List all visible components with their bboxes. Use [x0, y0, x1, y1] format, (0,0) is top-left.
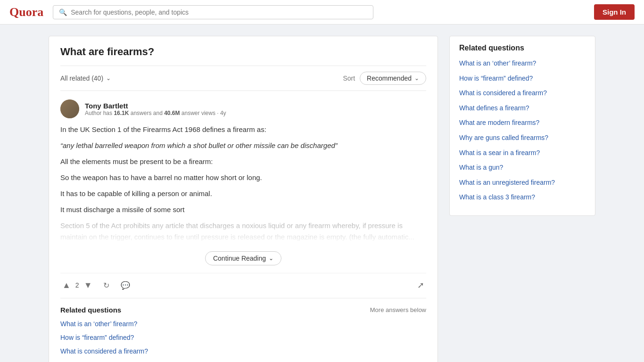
related-link-2[interactable]: How is “firearm” defined?: [60, 334, 134, 341]
sidebar-link-6[interactable]: What is a sear in a firearm?: [459, 149, 540, 156]
sort-label: Sort: [343, 74, 355, 82]
search-input[interactable]: [71, 8, 367, 16]
sign-in-button[interactable]: Sign In: [594, 4, 635, 20]
related-link-1[interactable]: What is an ‘other’ firearm?: [60, 320, 137, 328]
quora-logo[interactable]: Quora: [9, 5, 43, 19]
answer-para-5: It has to be capable of killing a person…: [60, 188, 426, 199]
related-inline-header: Related questions More answers below: [60, 306, 426, 314]
answer-content: In the UK Section 1 of the Firearms Act …: [60, 124, 426, 243]
search-bar[interactable]: 🔍: [53, 5, 373, 19]
author-views-count: 40.6M: [164, 110, 180, 116]
upvote-button[interactable]: ▲: [60, 279, 73, 292]
list-item: What is a gun?: [459, 163, 586, 173]
avatar: [60, 99, 79, 118]
answer-para-3: All the elements must be present to be a…: [60, 156, 426, 167]
list-item: What is a class 3 firearm?: [459, 193, 586, 202]
vote-group: ▲ 2 ▼: [60, 279, 94, 292]
sidebar-link-1[interactable]: How is “firearm” defined?: [459, 74, 533, 82]
chevron-down-icon: ⌄: [269, 255, 273, 262]
list-item: Why are guns called firearms?: [459, 133, 586, 143]
comment-button[interactable]: 💬: [119, 279, 132, 292]
header: Quora 🔍 Sign In: [0, 0, 644, 25]
answer-block: Tony Bartlett Author has 16.1K answers a…: [60, 91, 426, 362]
sort-area: Sort Recommended ⌄: [343, 72, 426, 85]
sidebar-panel: Related questions What is an ‘other’ fir…: [449, 36, 595, 216]
downvote-button[interactable]: ▼: [82, 279, 94, 292]
vote-count: 2: [75, 281, 79, 289]
list-item: What defines a firearm?: [459, 104, 586, 113]
more-answers-label: More answers below: [370, 306, 426, 313]
answer-fade-overlay: [60, 214, 426, 243]
sidebar-link-8[interactable]: What is an unregistered firearm?: [459, 179, 555, 186]
avatar-image: [60, 99, 79, 118]
sidebar-list: What is an ‘other’ firearm? How is “fire…: [459, 59, 586, 202]
sidebar-link-0[interactable]: What is an ‘other’ firearm?: [459, 59, 536, 67]
sidebar-link-3[interactable]: What defines a firearm?: [459, 104, 529, 112]
list-item: What is an ‘other’ firearm?: [60, 320, 426, 328]
author-answers-count: 16.1K: [114, 110, 129, 116]
list-item: What is an ‘other’ firearm?: [459, 59, 586, 68]
author-name: Tony Bartlett: [85, 102, 226, 110]
main-container: What are firearms? All related (40) ⌄ So…: [39, 36, 605, 362]
question-panel: What are firearms? All related (40) ⌄ So…: [49, 36, 438, 362]
related-inline-title: Related questions: [60, 306, 121, 314]
author-meta: Author has 16.1K answers and 40.6M answe…: [85, 110, 226, 116]
reshare-button[interactable]: ↻: [101, 279, 111, 292]
author-meta-prefix: Author has: [85, 110, 112, 116]
author-answers-suffix: answers and: [131, 110, 163, 116]
chevron-down-icon: ⌄: [106, 75, 111, 82]
answer-para-2: “any lethal barrelled weapon from which …: [60, 140, 426, 151]
continue-reading-label: Continue Reading: [213, 255, 266, 262]
sidebar-link-9[interactable]: What is a class 3 firearm?: [459, 193, 535, 201]
search-icon: 🔍: [59, 8, 67, 16]
continue-reading-button[interactable]: Continue Reading ⌄: [205, 251, 281, 265]
action-bar: ▲ 2 ▼ ↻ 💬 ➚: [60, 273, 426, 298]
sort-value: Recommended: [367, 74, 412, 82]
sidebar-link-2[interactable]: What is considered a firearm?: [459, 89, 547, 97]
share-button[interactable]: ➚: [415, 278, 426, 292]
sidebar-link-4[interactable]: What are modern firearms?: [459, 119, 539, 126]
author-info: Tony Bartlett Author has 16.1K answers a…: [85, 102, 226, 116]
question-title: What are firearms?: [60, 46, 426, 58]
chevron-down-icon: ⌄: [414, 75, 419, 82]
list-item: What are modern firearms?: [459, 118, 586, 128]
list-item: How is “firearm” defined?: [60, 333, 426, 341]
sidebar: Related questions What is an ‘other’ fir…: [449, 36, 595, 216]
sidebar-title: Related questions: [459, 44, 586, 52]
sidebar-link-7[interactable]: What is a gun?: [459, 164, 503, 171]
sidebar-link-5[interactable]: Why are guns called firearms?: [459, 134, 548, 141]
related-inline-list: What is an ‘other’ firearm? How is “fire…: [60, 320, 426, 362]
related-link-3[interactable]: What is considered a firearm?: [60, 347, 148, 355]
answer-para-1: In the UK Section 1 of the Firearms Act …: [60, 124, 426, 135]
list-item: How is “firearm” defined?: [459, 74, 586, 83]
list-item: What is considered a firearm?: [459, 89, 586, 98]
content-area: What are firearms? All related (40) ⌄ So…: [49, 36, 438, 362]
related-inline-section: Related questions More answers below Wha…: [60, 298, 426, 362]
list-item: What is an unregistered firearm?: [459, 178, 586, 188]
list-item: What is considered a firearm?: [60, 347, 426, 355]
sort-dropdown[interactable]: Recommended ⌄: [360, 72, 426, 85]
list-item: What is a sear in a firearm?: [459, 148, 586, 158]
answer-para-6: It must discharge a missile of some sort: [60, 204, 426, 215]
all-related-filter[interactable]: All related (40) ⌄: [60, 74, 111, 82]
author-views-suffix: answer views · 4y: [182, 110, 226, 116]
filter-bar: All related (40) ⌄ Sort Recommended ⌄: [60, 66, 426, 91]
all-related-label: All related (40): [60, 74, 103, 82]
header-right: Sign In: [594, 4, 635, 20]
answer-para-4: So the weapon has to have a barrel no ma…: [60, 172, 426, 183]
author-row: Tony Bartlett Author has 16.1K answers a…: [60, 99, 426, 118]
